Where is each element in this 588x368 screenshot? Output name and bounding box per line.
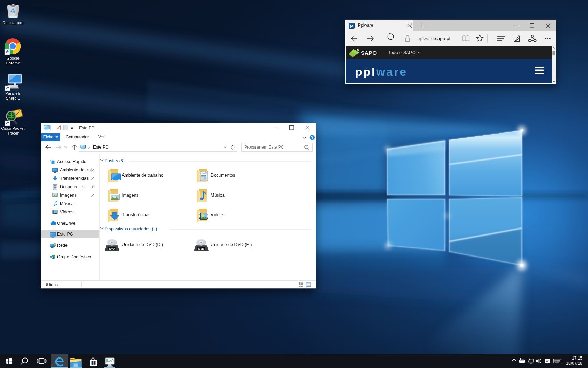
- svg-text:P: P: [350, 23, 353, 29]
- svg-text:?: ?: [311, 135, 314, 139]
- svg-text:SAPO: SAPO: [361, 50, 377, 56]
